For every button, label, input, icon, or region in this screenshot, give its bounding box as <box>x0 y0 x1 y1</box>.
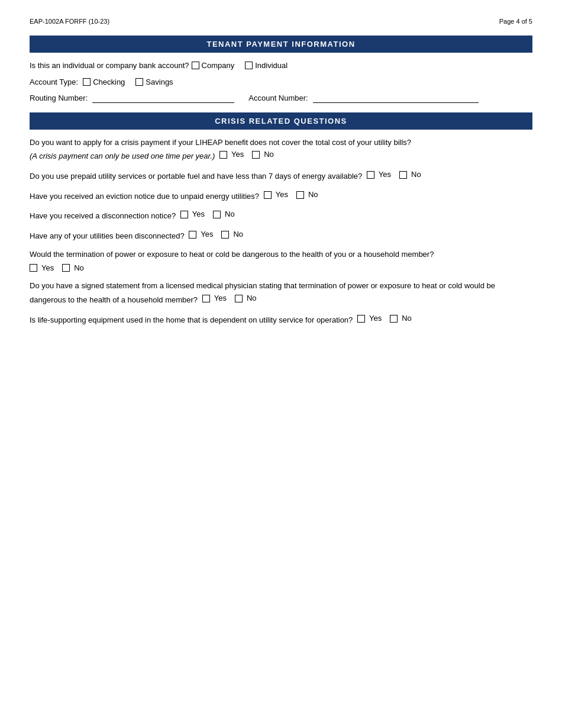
question-3-block: Have you received an eviction notice due… <box>30 189 532 203</box>
page-header: EAP-1002A FORFF (10-23) Page 4 of 5 <box>30 18 532 25</box>
q2-yes-label: Yes <box>379 169 391 181</box>
q8-no-checkbox[interactable] <box>390 315 398 323</box>
account-type-row: Account Type: Checking Savings <box>30 76 532 88</box>
question-2-block: Do you use prepaid utility services or p… <box>30 169 532 183</box>
checking-checkbox-wrapper[interactable]: Checking <box>83 76 127 88</box>
question-6-block: Would the termination of power or exposu… <box>30 249 532 275</box>
question-2-text: Do you use prepaid utility services or p… <box>30 172 362 181</box>
q6-yes-label: Yes <box>41 262 54 275</box>
q5-no-option[interactable]: No <box>221 228 243 241</box>
q8-yes-label: Yes <box>369 313 382 325</box>
question-6-checks: Yes No <box>30 262 532 275</box>
company-checkbox[interactable] <box>192 62 199 69</box>
q3-no-option[interactable]: No <box>296 189 318 201</box>
q8-yes-option[interactable]: Yes <box>357 313 382 325</box>
question-5-block: Have any of your utilities been disconne… <box>30 228 532 243</box>
q6-yes-checkbox[interactable] <box>30 264 37 272</box>
q7-no-label: No <box>247 292 257 305</box>
q1-no-checkbox[interactable] <box>252 151 260 159</box>
q5-no-label: No <box>233 228 243 241</box>
question-4-block: Have you received a disconnection notice… <box>30 208 532 223</box>
question-3-checks: Yes No <box>264 189 318 201</box>
savings-checkbox-wrapper[interactable]: Savings <box>135 76 175 88</box>
q7-no-checkbox[interactable] <box>235 295 243 302</box>
q4-yes-checkbox[interactable] <box>180 211 188 218</box>
q7-yes-option[interactable]: Yes <box>202 292 227 305</box>
company-checkbox-wrapper[interactable]: Company <box>192 60 237 72</box>
q3-yes-label: Yes <box>276 189 288 201</box>
question-6-text: Would the termination of power or exposu… <box>30 250 434 259</box>
q2-no-checkbox[interactable] <box>399 171 407 179</box>
question-3-text: Have you received an eviction notice due… <box>30 192 259 201</box>
q2-yes-checkbox[interactable] <box>367 171 374 179</box>
routing-account-row: Routing Number: Account Number: <box>30 92 532 104</box>
q1-yes-checkbox[interactable] <box>219 151 227 159</box>
q3-no-label: No <box>308 189 318 201</box>
q4-yes-label: Yes <box>192 208 205 221</box>
individual-checkbox-wrapper[interactable]: Individual <box>245 60 290 72</box>
q7-no-option[interactable]: No <box>235 292 257 305</box>
q5-yes-option[interactable]: Yes <box>189 228 213 241</box>
q5-no-checkbox[interactable] <box>221 231 229 239</box>
q6-no-label: No <box>74 262 84 275</box>
q3-yes-checkbox[interactable] <box>264 191 272 199</box>
q5-yes-checkbox[interactable] <box>189 231 196 239</box>
page-number: Page 4 of 5 <box>499 18 532 25</box>
question-8-block: Is life-supporting equipment used in the… <box>30 313 532 327</box>
q2-yes-option[interactable]: Yes <box>367 169 391 181</box>
q8-no-label: No <box>402 313 412 325</box>
checking-label: Checking <box>93 76 125 88</box>
q1-yes-label: Yes <box>231 149 244 161</box>
form-id: EAP-1002A FORFF (10-23) <box>30 18 109 25</box>
question-7-text: Do you have a signed statement from a li… <box>30 281 495 304</box>
question-1-italic: (A crisis payment can only be used one t… <box>30 152 215 160</box>
question-4-text: Have you received a disconnection notice… <box>30 211 176 220</box>
question-5-checks: Yes No <box>189 228 243 241</box>
q2-no-option[interactable]: No <box>399 169 421 181</box>
crisis-questions-header: CRISIS RELATED QUESTIONS <box>30 112 532 130</box>
q6-no-checkbox[interactable] <box>62 264 70 272</box>
tenant-payment-section: TENANT PAYMENT INFORMATION Is this an in… <box>30 36 532 104</box>
question-1-text: Do you want to apply for a crisis paymen… <box>30 138 411 147</box>
question-5-text: Have any of your utilities been disconne… <box>30 231 185 240</box>
bank-account-label: Is this an individual or company bank ac… <box>30 60 189 72</box>
question-7-block: Do you have a signed statement from a li… <box>30 280 532 306</box>
q7-yes-label: Yes <box>214 292 227 305</box>
q2-no-label: No <box>411 169 421 181</box>
q3-yes-option[interactable]: Yes <box>264 189 288 201</box>
form-page: EAP-1002A FORFF (10-23) Page 4 of 5 TENA… <box>0 0 562 728</box>
savings-checkbox[interactable] <box>135 78 143 86</box>
q4-no-label: No <box>225 208 235 221</box>
question-4-checks: Yes No <box>180 208 235 221</box>
crisis-questions-section: CRISIS RELATED QUESTIONS Do you want to … <box>30 112 532 327</box>
q3-no-checkbox[interactable] <box>296 191 304 199</box>
bank-account-row: Is this an individual or company bank ac… <box>30 60 532 72</box>
account-type-label: Account Type: <box>30 76 78 88</box>
routing-label: Routing Number: <box>30 92 88 104</box>
q4-no-checkbox[interactable] <box>213 211 221 218</box>
q5-yes-label: Yes <box>201 228 213 241</box>
account-number-label: Account Number: <box>248 92 308 104</box>
q1-no-option[interactable]: No <box>252 149 274 161</box>
q1-yes-option[interactable]: Yes <box>219 149 244 161</box>
q1-no-label: No <box>264 149 274 161</box>
question-7-checks: Yes No <box>202 292 257 305</box>
tenant-payment-header: TENANT PAYMENT INFORMATION <box>30 36 532 53</box>
savings-label: Savings <box>146 76 173 88</box>
question-1-checks: Yes No <box>219 149 274 161</box>
q6-yes-option[interactable]: Yes <box>30 262 54 275</box>
account-number-field[interactable] <box>313 94 479 103</box>
q8-yes-checkbox[interactable] <box>357 315 365 323</box>
company-label: Company <box>202 60 235 72</box>
q6-no-option[interactable]: No <box>62 262 84 275</box>
individual-label: Individual <box>255 60 288 72</box>
q4-no-option[interactable]: No <box>213 208 235 221</box>
question-1-block: Do you want to apply for a crisis paymen… <box>30 137 532 163</box>
q4-yes-option[interactable]: Yes <box>180 208 205 221</box>
q8-no-option[interactable]: No <box>390 313 412 325</box>
routing-number-field[interactable] <box>92 94 234 103</box>
q7-yes-checkbox[interactable] <box>202 295 210 302</box>
question-2-checks: Yes No <box>367 169 421 181</box>
individual-checkbox[interactable] <box>245 62 253 69</box>
checking-checkbox[interactable] <box>83 78 91 86</box>
